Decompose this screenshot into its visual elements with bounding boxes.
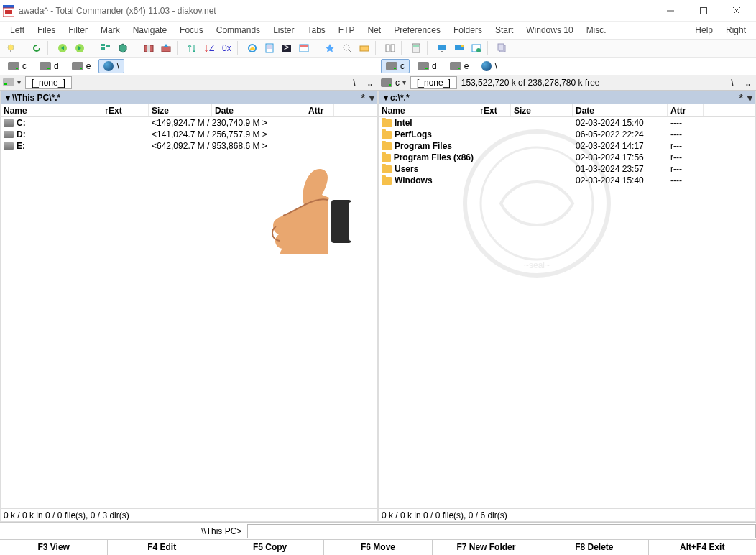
sort-icon[interactable] <box>184 40 200 56</box>
col-size[interactable]: Size <box>149 104 212 116</box>
drive-c-left[interactable]: c <box>3 59 32 73</box>
nav-root-right[interactable]: \ <box>724 78 740 88</box>
refresh-icon[interactable] <box>29 40 45 56</box>
list-item[interactable]: C:<149,924.7 M / 230,740.9 M > <box>1 117 377 129</box>
network-right[interactable]: \ <box>476 59 502 73</box>
calc-icon[interactable] <box>408 40 424 56</box>
file-list-right[interactable]: ~seal~ Intel02-03-2024 15:40----PerfLogs… <box>379 117 755 508</box>
sync-icon[interactable] <box>382 40 398 56</box>
list-item[interactable]: Program Files (x86)02-03-2024 17:56r--- <box>379 152 755 163</box>
history-icon[interactable]: ▾ <box>747 92 752 104</box>
config-icon[interactable] <box>469 40 484 56</box>
ie-icon[interactable] <box>244 40 260 56</box>
list-item[interactable]: Program Files02-03-2024 14:17r--- <box>379 140 755 152</box>
menu-focus[interactable]: Focus <box>174 24 209 37</box>
back-icon[interactable] <box>55 40 70 56</box>
list-item[interactable]: Windows02-03-2024 15:40---- <box>379 175 755 186</box>
menu-preferences[interactable]: Preferences <box>388 24 446 37</box>
f6-move[interactable]: F6 Move <box>324 540 432 555</box>
col-ext[interactable]: ↑Ext <box>476 104 511 116</box>
favorites-star-icon[interactable]: * <box>739 92 743 104</box>
status-right: 0 k / 0 k in 0 / 0 file(s), 0 / 6 dir(s) <box>379 508 755 521</box>
network-left[interactable]: \ <box>98 59 124 73</box>
menu-right[interactable]: Right <box>720 24 752 37</box>
altf4-exit[interactable]: Alt+F4 Exit <box>649 540 756 555</box>
monitor-icon[interactable] <box>434 40 450 56</box>
drive-e-right[interactable]: e <box>445 59 474 73</box>
menu-lister[interactable]: Lister <box>267 24 300 37</box>
nav-root-left[interactable]: \ <box>346 78 362 88</box>
path-bar-left[interactable]: ▼\\This PC\*.**▾ <box>1 91 377 104</box>
extract-icon[interactable] <box>158 40 174 56</box>
f3-view[interactable]: F3 View <box>0 540 108 555</box>
drive-d-left[interactable]: d <box>34 59 64 73</box>
notepad-icon[interactable] <box>262 40 277 56</box>
folder-icon <box>382 131 392 139</box>
maximize-button[interactable] <box>687 0 720 22</box>
hex-icon[interactable]: 0x <box>218 40 234 56</box>
menu-navigate[interactable]: Navigate <box>127 24 172 37</box>
panels: ▼\\This PC\*.**▾ Name ↑Ext Size Date Att… <box>0 91 756 522</box>
list-item[interactable]: Intel02-03-2024 15:40---- <box>379 117 755 129</box>
menu-mark[interactable]: Mark <box>95 24 126 37</box>
archive-icon[interactable] <box>141 40 157 56</box>
col-ext[interactable]: ↑Ext <box>101 104 149 116</box>
drive-dropdown-right[interactable]: c▾ <box>378 78 409 88</box>
f7-newfolder[interactable]: F7 New Folder <box>433 540 540 555</box>
menu-filter[interactable]: Filter <box>63 24 93 37</box>
list-item[interactable]: E:<642,092.7 M / 953,868.6 M > <box>1 140 377 152</box>
window-title: awada^ - Total Commander (x64) 11.03 - d… <box>19 6 654 16</box>
history-icon[interactable]: ▾ <box>369 92 374 104</box>
file-list-left[interactable]: C:<149,924.7 M / 230,740.9 M >D:<141,024… <box>1 117 377 508</box>
menu-left[interactable]: Left <box>4 24 30 37</box>
remote-icon[interactable] <box>451 40 467 56</box>
col-date[interactable]: Date <box>212 104 305 116</box>
menu-commands[interactable]: Commands <box>211 24 266 37</box>
menu-folders[interactable]: Folders <box>448 24 488 37</box>
menu-start[interactable]: Start <box>489 24 519 37</box>
hint-icon[interactable] <box>3 40 19 56</box>
col-name[interactable]: Name <box>379 104 476 116</box>
command-input[interactable] <box>247 524 756 538</box>
cube-icon[interactable] <box>115 40 131 56</box>
tab-none-left[interactable]: [_none_] <box>25 76 72 89</box>
drive-dropdown-left[interactable]: ▾ <box>0 78 24 87</box>
col-date[interactable]: Date <box>573 104 668 116</box>
search-icon[interactable] <box>339 40 355 56</box>
drive-c-right[interactable]: c <box>381 59 410 73</box>
list-item[interactable]: Users01-03-2024 23:57r--- <box>379 163 755 175</box>
drive-e-left[interactable]: e <box>67 59 96 73</box>
minimize-button[interactable] <box>654 0 687 22</box>
col-attr[interactable]: Attr <box>668 104 704 116</box>
f4-edit[interactable]: F4 Edit <box>108 540 216 555</box>
tab-none-right[interactable]: [_none_] <box>410 76 457 89</box>
tree-icon[interactable] <box>98 40 114 56</box>
nav-up-right[interactable]: .. <box>740 78 756 88</box>
rename-icon[interactable] <box>356 40 372 56</box>
col-attr[interactable]: Attr <box>305 104 334 116</box>
f5-copy[interactable]: F5 Copy <box>216 540 324 555</box>
list-item[interactable]: D:<141,024.7 M / 256,757.9 M > <box>1 129 377 140</box>
close-button[interactable] <box>720 0 753 22</box>
menu-help[interactable]: Help <box>689 24 719 37</box>
cmd-icon[interactable]: >_ <box>279 40 295 56</box>
col-name[interactable]: Name <box>1 104 101 116</box>
nav-up-left[interactable]: .. <box>362 78 378 88</box>
forward-icon[interactable] <box>72 40 88 56</box>
fav-icon[interactable] <box>322 40 338 56</box>
drive-d-right[interactable]: d <box>412 59 442 73</box>
menu-tabs[interactable]: Tabs <box>301 24 331 37</box>
menu-windows10[interactable]: Windows 10 <box>520 24 578 37</box>
col-size[interactable]: Size <box>511 104 573 116</box>
sort2-icon[interactable]: Z <box>201 40 217 56</box>
path-bar-right[interactable]: ▼c:\*.**▾ <box>379 91 755 104</box>
f8-delete[interactable]: F8 Delete <box>540 540 648 555</box>
menu-net[interactable]: Net <box>362 24 387 37</box>
list-item[interactable]: PerfLogs06-05-2022 22:24---- <box>379 129 755 140</box>
copy-icon[interactable] <box>494 40 510 56</box>
menu-misc[interactable]: Misc. <box>581 24 612 37</box>
panel-icon[interactable] <box>296 40 312 56</box>
menu-files[interactable]: Files <box>32 24 61 37</box>
favorites-star-icon[interactable]: * <box>361 92 365 104</box>
menu-ftp[interactable]: FTP <box>333 24 361 37</box>
